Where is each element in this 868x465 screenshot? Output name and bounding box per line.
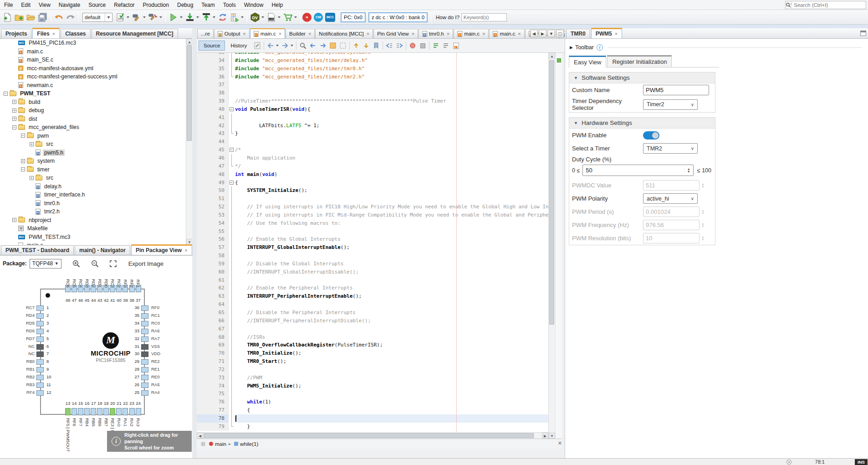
section-header[interactable]: ▼Hardware Settings [569, 118, 715, 129]
code-text[interactable] [235, 252, 548, 260]
tree-row[interactable]: −timer [0, 165, 186, 174]
code-line[interactable]: 67 [197, 325, 548, 333]
duty-cycle--value[interactable] [583, 167, 684, 174]
toggle-highlight-icon[interactable] [328, 41, 337, 50]
code-text[interactable]: //PWM [235, 374, 548, 382]
code-text[interactable]: */ [235, 162, 548, 170]
code-line[interactable]: 54 // Use the following macros to: [197, 219, 548, 227]
code-text[interactable]: PWM5_Initialize(); [235, 382, 548, 390]
tree-row[interactable]: tmr0.h [0, 199, 186, 208]
code-line[interactable]: 73 //PWM [197, 374, 548, 382]
code-text[interactable]: #include "mcc_generated_files/timer/tmr2… [235, 73, 548, 81]
pin-rb7[interactable] [103, 408, 109, 415]
code-text[interactable]: // If using interrupts in PIC18 High/Low… [235, 203, 548, 211]
code-line[interactable]: 36#include "mcc_generated_files/timer/tm… [197, 73, 548, 81]
pin-rb3[interactable] [36, 382, 44, 388]
export-image-button[interactable]: Export Image [128, 260, 163, 267]
code-text[interactable]: } [235, 423, 548, 431]
menu-item-view[interactable]: View [35, 0, 55, 10]
pin-rc0[interactable] [141, 321, 148, 326]
tree-row[interactable]: MCCPM415_PIC16.mc3 [0, 39, 186, 47]
refresh-debug-button[interactable] [217, 12, 228, 23]
pin-re1[interactable] [141, 367, 148, 372]
start-macro-icon[interactable] [408, 41, 417, 50]
code-text[interactable]: //ISRs [235, 333, 548, 341]
code-text[interactable]: // Enable the Peripheral Interrupts [235, 284, 548, 292]
editor-hscroll-thumb[interactable] [204, 433, 534, 438]
prev-occurrence-icon[interactable] [308, 41, 317, 50]
tab-main-navigator[interactable]: main() - Navigator [75, 245, 130, 255]
log-button[interactable]: LOG [266, 12, 277, 23]
project-config-select[interactable]: default▼ [82, 13, 112, 22]
view-tab-register-initialization[interactable]: Register Initialization [607, 55, 672, 67]
editor-hscrollbar[interactable]: ◀ ▶ [197, 432, 548, 439]
code-line[interactable]: 58 [197, 252, 548, 260]
debug-tool-button[interactable]: 3 [229, 12, 240, 23]
tree-row[interactable]: +debug [0, 106, 186, 115]
pin-ra6[interactable] [141, 329, 148, 334]
expand-icon[interactable]: + [30, 176, 34, 180]
code-line[interactable]: 55 [197, 227, 548, 236]
code-line[interactable]: 61 [197, 276, 548, 284]
code-line[interactable]: 40−void PulseTimerISR(void){ [197, 105, 548, 114]
code-text[interactable] [235, 114, 548, 122]
tree-row[interactable]: Makefile [0, 224, 186, 233]
tree-row[interactable]: −mcc_generated_files [0, 123, 186, 132]
rectangular-selection-icon[interactable] [338, 41, 347, 50]
code-text[interactable]: // Use the following macros to: [235, 219, 548, 227]
code-text[interactable] [235, 276, 548, 284]
code-line[interactable]: 71 TMR0_Start(); [197, 357, 548, 366]
code-text[interactable] [235, 89, 548, 97]
undo-button[interactable] [53, 12, 64, 23]
pin-rf4[interactable] [36, 390, 44, 396]
menu-item-window[interactable]: Window [240, 0, 268, 10]
code-line[interactable]: 79 } [197, 423, 548, 431]
pin-nc[interactable] [36, 351, 44, 357]
tree-row[interactable]: +system [0, 157, 186, 165]
scroll-left-icon[interactable]: ◀ [197, 433, 203, 439]
code-line[interactable]: 75 [197, 390, 548, 398]
pin-rd4[interactable] [36, 313, 44, 319]
code-line[interactable]: 50 SYSTEM_Initialize(); [197, 186, 548, 195]
code-line[interactable]: 42 LATFbits.LATF5 ^= 1; [197, 122, 548, 130]
code-text[interactable] [235, 325, 548, 333]
read-device-button[interactable] [201, 12, 212, 23]
expand-icon[interactable]: + [12, 100, 16, 104]
close-icon[interactable]: × [308, 31, 311, 36]
code-text[interactable]: INTERRUPT_GlobalInterruptEnable(); [235, 243, 548, 252]
code-line[interactable]: 38 [197, 89, 548, 97]
pwm-enable-toggle[interactable] [643, 131, 659, 140]
tree-scrollbar[interactable]: ▲ ▼ [186, 39, 192, 245]
panel-splitter[interactable] [192, 28, 197, 458]
tree-row[interactable]: pwm5.h [0, 149, 186, 157]
content-store-button[interactable] [282, 12, 293, 23]
pin-rf6[interactable] [71, 408, 77, 415]
fit-view-icon[interactable] [110, 260, 117, 267]
close-icon[interactable]: × [482, 31, 485, 36]
close-icon[interactable]: × [615, 30, 618, 38]
find-icon[interactable] [298, 41, 307, 50]
last-edit-icon[interactable] [253, 41, 262, 50]
expand-icon[interactable]: + [12, 117, 16, 121]
tree-row[interactable]: tmr2.h [0, 207, 186, 216]
breadcrumb-grid-icon[interactable] [199, 439, 208, 449]
next-occurrence-icon[interactable] [318, 41, 327, 50]
editor-tab-main-c[interactable]: main.c× [250, 28, 285, 38]
how-do-i-input[interactable] [461, 13, 507, 21]
package-select[interactable]: TQFP48▼ [30, 259, 61, 269]
tree-row[interactable]: mcc-manifest-generated-success.yml [0, 72, 186, 81]
menu-item-source[interactable]: Source [84, 0, 110, 10]
scroll-tabs-left-icon[interactable]: ◀ [530, 30, 538, 37]
code-line[interactable]: 66 //INTERRUPT_PeripheralInterruptDisabl… [197, 317, 548, 325]
code-line[interactable]: 68 //ISRs [197, 333, 548, 341]
window-icon[interactable] [860, 31, 866, 36]
code-manager-icon[interactable]: CM [314, 13, 323, 22]
code-text[interactable]: /* [235, 146, 548, 154]
new-file-button[interactable] [2, 12, 13, 23]
code-line[interactable]: 64 [197, 300, 548, 309]
expand-arrow-icon[interactable]: ▶ [570, 45, 573, 50]
menu-item-team[interactable]: Team [197, 0, 219, 10]
code-line[interactable]: 57 INTERRUPT_GlobalInterruptEnable(); [197, 243, 548, 252]
collapse-icon[interactable]: − [4, 92, 8, 96]
pin-rf5-pwm5out[interactable] [65, 408, 71, 415]
